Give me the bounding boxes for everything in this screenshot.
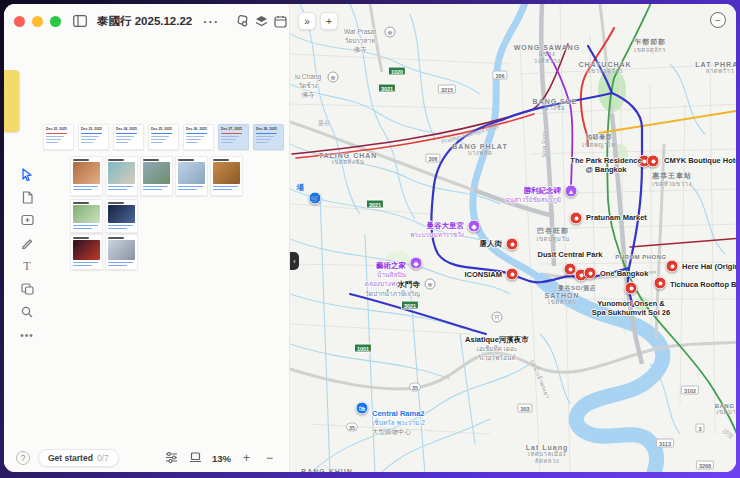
- get-started-button[interactable]: Get started 0/7: [38, 449, 119, 467]
- day-card[interactable]: Dec 28, 2025: [253, 124, 284, 150]
- text-tool-icon[interactable]: T: [17, 258, 37, 274]
- view-settings-icon[interactable]: [164, 449, 180, 467]
- map-collapse-icon[interactable]: −: [710, 12, 726, 28]
- photo-card[interactable]: [70, 156, 103, 196]
- day-card-text-line: [116, 136, 134, 138]
- photo-card[interactable]: [70, 199, 103, 233]
- shape-tool-icon[interactable]: [17, 281, 37, 297]
- photo-card[interactable]: [105, 156, 138, 196]
- note-tool-icon[interactable]: [17, 189, 37, 205]
- photo-card[interactable]: [105, 199, 138, 233]
- day-card-text-line: [81, 136, 99, 138]
- red-place-marker[interactable]: [625, 282, 638, 295]
- sidebar-toggle-icon[interactable]: [73, 12, 87, 30]
- day-card-text-line: [116, 142, 128, 144]
- photo-card-title-line: [73, 237, 89, 239]
- help-icon[interactable]: ?: [16, 451, 30, 465]
- day-card-text-line: [256, 142, 268, 144]
- layers-icon[interactable]: [255, 12, 268, 30]
- temple-poi-icon[interactable]: ⛩: [492, 312, 503, 323]
- search-icon[interactable]: [17, 304, 37, 320]
- pen-tool-icon[interactable]: [17, 235, 37, 251]
- day-card[interactable]: Dec 24, 2025: [113, 124, 144, 150]
- map-add-tab-button[interactable]: +: [320, 12, 338, 30]
- day-card[interactable]: Dec 22, 2025: [43, 124, 74, 150]
- photo-card-link-line: [178, 186, 203, 188]
- day-card-text-line: [186, 136, 204, 138]
- red-place-marker[interactable]: [647, 155, 660, 168]
- photo-thumbnail: [178, 162, 205, 184]
- photo-card-link-line: [143, 186, 168, 188]
- red-place-marker[interactable]: [654, 277, 667, 290]
- photo-card-title-line: [108, 159, 124, 161]
- maximize-window-button[interactable]: [50, 16, 61, 27]
- map-pane[interactable]: » + − ‹ WONG SAWANGแขวงวงศ์สว่างCHATUCHA…: [290, 4, 736, 472]
- photo-card-link-line: [108, 262, 133, 264]
- photo-card-title-line: [73, 202, 89, 204]
- blue-place-marker[interactable]: 🛍: [356, 402, 369, 415]
- minimize-window-button[interactable]: [32, 16, 43, 27]
- day-card-text-line: [186, 133, 207, 135]
- day-card-text-line: [186, 139, 201, 141]
- more-tools-icon[interactable]: •••: [17, 327, 37, 343]
- day-card-text-line: [81, 142, 93, 144]
- more-menu-icon[interactable]: ⋯: [202, 12, 218, 30]
- frame-view-icon[interactable]: [274, 12, 287, 30]
- present-icon[interactable]: [236, 12, 249, 30]
- temple-poi-icon[interactable]: ☸: [385, 27, 396, 38]
- map-pin-icon: [654, 277, 667, 290]
- photo-card[interactable]: [70, 234, 103, 270]
- photo-card-link-line: [108, 189, 127, 191]
- map-pin-icon: ◆: [468, 220, 481, 233]
- photo-card[interactable]: [105, 234, 138, 270]
- temple-poi-icon[interactable]: ☸: [328, 72, 339, 83]
- photo-card-link-line: [108, 228, 127, 230]
- day-card-text-line: [46, 142, 58, 144]
- photo-card-link-line: [143, 189, 162, 191]
- map-pin-icon: ◆: [410, 257, 423, 270]
- zoom-out-button[interactable]: −: [262, 451, 277, 465]
- red-place-marker[interactable]: [506, 238, 519, 251]
- purple-place-marker[interactable]: ◆: [468, 220, 481, 233]
- day-card-date: Dec 24, 2025: [116, 127, 141, 131]
- temple-poi-icon[interactable]: ☸: [425, 279, 436, 290]
- window-controls: [14, 16, 61, 27]
- red-place-marker[interactable]: [584, 267, 597, 280]
- day-card-text-line: [151, 142, 163, 144]
- zoom-level[interactable]: 13%: [212, 453, 231, 464]
- day-card-text-line: [221, 142, 233, 144]
- blue-place-marker[interactable]: 🛒: [309, 192, 322, 205]
- day-card-date: Dec 26, 2025: [186, 127, 211, 131]
- get-started-label: Get started: [48, 453, 93, 463]
- close-window-button[interactable]: [14, 16, 25, 27]
- photo-card[interactable]: [210, 156, 243, 196]
- red-place-marker[interactable]: [666, 260, 679, 273]
- day-card-text-line: [81, 133, 102, 135]
- sticky-note-tab[interactable]: [4, 70, 19, 132]
- red-place-marker[interactable]: [506, 268, 519, 281]
- photo-thumbnail: [108, 205, 135, 223]
- photo-card-title-line: [178, 159, 194, 161]
- page-title: 泰國行 2025.12.22: [97, 14, 192, 29]
- map-expand-button[interactable]: »: [298, 12, 316, 30]
- select-tool-icon[interactable]: [17, 166, 37, 182]
- red-place-marker[interactable]: [570, 212, 583, 225]
- zoom-in-button[interactable]: +: [239, 451, 254, 465]
- day-card[interactable]: Dec 27, 2025: [218, 124, 249, 150]
- day-card[interactable]: Dec 26, 2025: [183, 124, 214, 150]
- photo-card-link-line: [73, 265, 92, 267]
- day-card[interactable]: Dec 25, 2025: [148, 124, 179, 150]
- purple-place-marker[interactable]: ▲: [565, 185, 578, 198]
- pane-resize-handle[interactable]: ‹: [290, 252, 299, 270]
- day-card-text-line: [186, 142, 198, 144]
- photo-card[interactable]: [175, 156, 208, 196]
- photo-thumbnail: [73, 162, 100, 184]
- frame-tool-icon[interactable]: [17, 212, 37, 228]
- present-mode-icon[interactable]: [188, 449, 204, 467]
- photo-card-link-line: [73, 228, 92, 230]
- photo-card-link-line: [73, 225, 98, 227]
- day-card[interactable]: Dec 23, 2025: [78, 124, 109, 150]
- purple-place-marker[interactable]: ◆: [410, 257, 423, 270]
- photo-card[interactable]: [140, 156, 173, 196]
- photo-card-title-line: [143, 159, 159, 161]
